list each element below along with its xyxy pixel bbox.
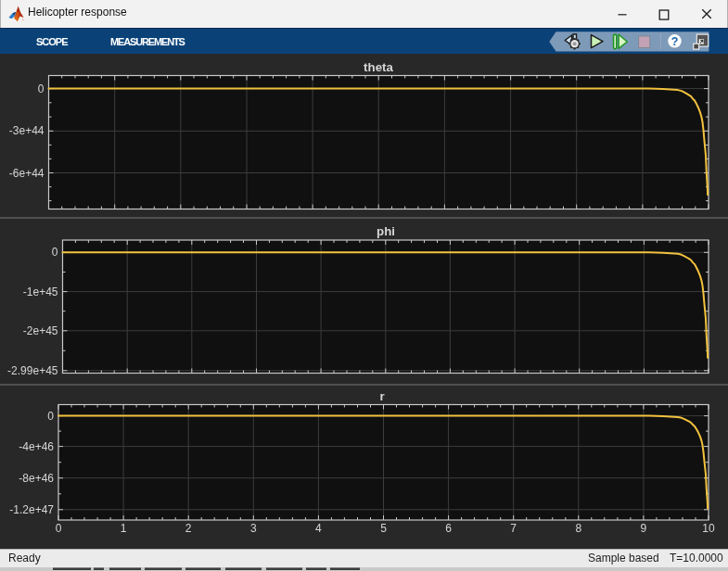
- svg-text:phi: phi: [377, 224, 395, 238]
- svg-text:0: 0: [52, 246, 58, 259]
- svg-text:5: 5: [380, 522, 387, 535]
- svg-text:0: 0: [56, 522, 62, 535]
- svg-text:?: ?: [671, 35, 679, 48]
- svg-text:-1e+45: -1e+45: [23, 286, 58, 298]
- svg-text:7: 7: [510, 522, 517, 535]
- svg-text:-6e+44: -6e+44: [9, 167, 45, 180]
- svg-text:-2e+45: -2e+45: [23, 324, 58, 337]
- svg-text:-3e+44: -3e+44: [9, 124, 45, 137]
- svg-text:-2.99e+45: -2.99e+45: [7, 364, 58, 377]
- svg-text:4: 4: [315, 522, 322, 535]
- svg-text:0: 0: [38, 82, 45, 95]
- svg-text:9: 9: [641, 522, 647, 535]
- svg-text:r: r: [379, 389, 384, 403]
- svg-text:theta: theta: [364, 60, 393, 74]
- svg-text:-4e+46: -4e+46: [19, 440, 54, 453]
- svg-text:8: 8: [575, 522, 581, 535]
- svg-text:6: 6: [445, 522, 452, 535]
- svg-text:2: 2: [185, 522, 192, 535]
- svg-text:-1.2e+47: -1.2e+47: [9, 503, 54, 516]
- svg-text:3: 3: [250, 522, 257, 535]
- svg-text:-8e+46: -8e+46: [19, 472, 54, 485]
- svg-text:1: 1: [121, 522, 127, 535]
- svg-text:0: 0: [47, 410, 54, 423]
- svg-text:10: 10: [702, 522, 715, 535]
